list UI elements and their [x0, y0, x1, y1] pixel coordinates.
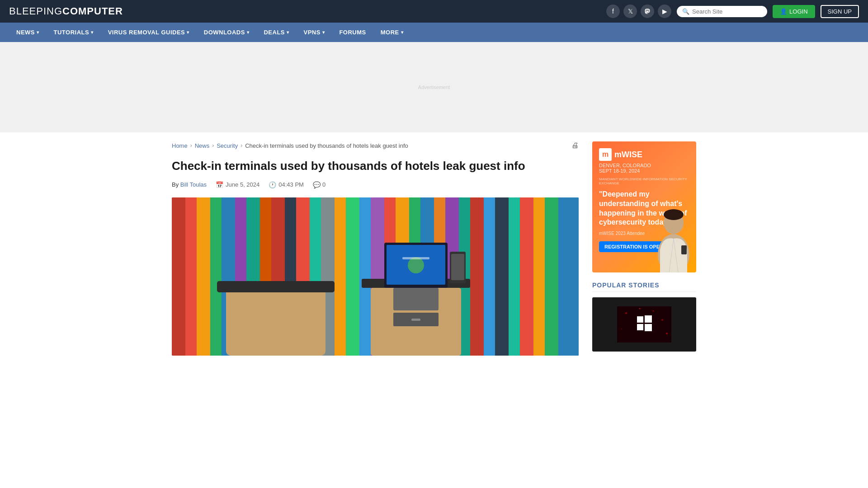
main-navigation: NEWS ▾ TUTORIALS ▾ VIRUS REMOVAL GUIDES …	[0, 23, 868, 42]
comments-value: 0	[322, 181, 326, 188]
youtube-icon[interactable]: ▶	[658, 5, 671, 18]
svg-point-38	[408, 257, 424, 273]
login-label: LOGIN	[789, 8, 807, 15]
article-title: Check-in terminals used by thousands of …	[172, 159, 579, 174]
breadcrumb-news[interactable]: News	[195, 142, 210, 149]
article-main: Home › News › Security › Check-in termin…	[172, 141, 579, 356]
svg-rect-26	[495, 197, 509, 356]
svg-rect-49	[617, 306, 671, 343]
chevron-down-icon: ▾	[37, 30, 39, 35]
svg-rect-48	[681, 245, 687, 254]
nav-item-virus-removal[interactable]: VIRUS REMOVAL GUIDES ▾	[101, 23, 197, 42]
svg-rect-39	[402, 257, 429, 259]
nav-item-vpns[interactable]: VPNS ▾	[297, 23, 332, 42]
facebook-icon[interactable]: f	[606, 5, 620, 18]
user-icon: 👤	[780, 8, 787, 15]
article-meta: By Bill Toulas 📅 June 5, 2024 🕐 04:43 PM…	[172, 181, 579, 188]
breadcrumb-security[interactable]: Security	[217, 142, 238, 149]
breadcrumb: Home › News › Security › Check-in termin…	[172, 141, 579, 150]
svg-rect-25	[484, 197, 495, 356]
sidebar: m mWISE DENVER, COLORADO SEPT 18-19, 202…	[592, 141, 696, 356]
ad-dates: SEPT 18-19, 2024	[599, 168, 640, 174]
chevron-down-icon: ▾	[247, 30, 250, 35]
chevron-down-icon: ▾	[287, 30, 289, 35]
nav-label-forums: FORUMS	[339, 29, 366, 36]
svg-rect-3	[210, 197, 222, 356]
svg-point-51	[653, 310, 654, 312]
article-comments[interactable]: 💬 0	[313, 181, 326, 188]
svg-rect-29	[533, 197, 545, 356]
nav-label-news: NEWS	[16, 29, 35, 36]
nav-item-tutorials[interactable]: TUTORIALS ▾	[47, 23, 101, 42]
chevron-down-icon: ▾	[322, 30, 325, 35]
nav-item-more[interactable]: MORE ▾	[373, 23, 411, 42]
date-value: June 5, 2024	[226, 181, 259, 188]
svg-rect-28	[520, 197, 533, 356]
svg-point-47	[664, 209, 684, 220]
search-input[interactable]	[692, 8, 762, 15]
search-bar[interactable]: 🔍	[677, 6, 767, 17]
site-logo[interactable]: BLEEPINGCOMPUTER	[9, 5, 123, 17]
breadcrumb-sep-3: ›	[241, 142, 242, 149]
nav-item-deals[interactable]: DEALS ▾	[256, 23, 296, 42]
logo-plain: BLEEPING	[9, 5, 62, 17]
popular-story-image[interactable]	[592, 297, 696, 352]
author-prefix: By	[172, 181, 179, 188]
header-right: f 𝕏 ▶ 🔍 👤 LOGIN SIGN UP	[606, 5, 859, 18]
svg-rect-24	[470, 197, 484, 356]
ad-person-illustration	[653, 196, 694, 272]
ad-location: DENVER, COLORADO SEPT 18-19, 2024	[599, 163, 689, 174]
svg-rect-33	[217, 281, 335, 292]
sidebar-ad[interactable]: m mWISE DENVER, COLORADO SEPT 18-19, 202…	[592, 141, 696, 272]
article-time: 🕐 04:43 PM	[269, 181, 304, 188]
logo-bold: COMPUTER	[62, 5, 123, 17]
time-value: 04:43 PM	[278, 181, 304, 188]
svg-rect-31	[558, 197, 579, 356]
breadcrumb-home[interactable]: Home	[172, 142, 188, 149]
svg-rect-14	[346, 197, 359, 356]
chevron-down-icon: ▾	[401, 30, 404, 35]
nav-label-downloads: DOWNLOADS	[204, 29, 245, 36]
signup-button[interactable]: SIGN UP	[821, 5, 859, 18]
svg-rect-32	[226, 288, 326, 356]
ad-logo: m mWISE	[599, 148, 689, 161]
breadcrumb-sep-1: ›	[190, 142, 192, 149]
chevron-down-icon: ▾	[187, 30, 189, 35]
ad-logo-letter: m	[599, 148, 612, 161]
nav-item-forums[interactable]: FORUMS	[332, 23, 373, 42]
login-button[interactable]: 👤 LOGIN	[773, 5, 815, 18]
print-icon[interactable]: 🖨	[571, 141, 579, 150]
svg-point-55	[639, 308, 641, 310]
breadcrumb-sep-2: ›	[212, 142, 214, 149]
popular-stories-title: POPULAR STORIES	[592, 282, 696, 292]
ad-banner-top: Advertisement	[0, 42, 868, 132]
svg-rect-56	[637, 316, 643, 323]
content-wrapper: Home › News › Security › Check-in termin…	[163, 132, 705, 365]
twitter-icon[interactable]: 𝕏	[623, 5, 637, 18]
social-icons: f 𝕏 ▶	[606, 5, 671, 18]
svg-rect-15	[359, 197, 371, 356]
svg-rect-42	[393, 288, 439, 310]
svg-rect-41	[451, 254, 464, 280]
ad-logo-text: mWISE	[614, 150, 642, 160]
svg-rect-2	[197, 197, 210, 356]
svg-point-50	[625, 312, 627, 314]
svg-point-54	[666, 333, 668, 334]
svg-rect-59	[645, 324, 652, 331]
comment-icon: 💬	[313, 181, 321, 188]
svg-rect-1	[185, 197, 197, 356]
author-link[interactable]: Bill Toulas	[180, 181, 207, 188]
nav-label-deals: DEALS	[264, 29, 285, 36]
mastodon-icon[interactable]	[641, 5, 654, 18]
svg-rect-27	[509, 197, 520, 356]
nav-item-downloads[interactable]: DOWNLOADS ▾	[197, 23, 257, 42]
svg-rect-30	[545, 197, 558, 356]
svg-rect-13	[335, 197, 346, 356]
nav-item-news[interactable]: NEWS ▾	[9, 23, 47, 42]
breadcrumb-current: Check-in terminals used by thousands of …	[245, 142, 408, 149]
article-date: 📅 June 5, 2024	[216, 181, 259, 188]
signup-label: SIGN UP	[828, 8, 852, 15]
site-header: BLEEPINGCOMPUTER f 𝕏 ▶ 🔍 👤 LOGIN SIGN UP	[0, 0, 868, 23]
nav-label-more: MORE	[381, 29, 399, 36]
svg-rect-58	[637, 324, 643, 330]
